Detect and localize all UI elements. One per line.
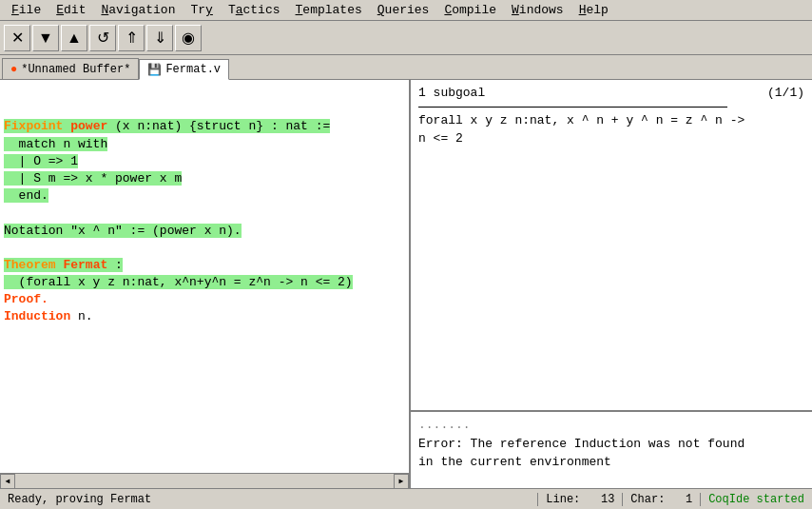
tab-unnamed-buffer[interactable]: ● *Unnamed Buffer* [2,58,139,79]
right-panel: 1 subgoal (1/1) forall x y z n:nat, x ^ … [411,80,812,488]
goto-end-button[interactable]: ⇓ [146,25,173,51]
menu-compile[interactable]: Compile [436,1,504,19]
statusbar: Ready, proving Fermat Line: 13 Char: 1 C… [0,488,812,509]
editor-panel: Fixpoint power (x n:nat) {struct n} : na… [0,80,411,488]
error-text: Error: The reference Induction was not f… [418,435,804,472]
menu-edit[interactable]: Edit [48,1,93,19]
interrupt-button[interactable]: ◉ [175,25,202,51]
status-message: Ready, proving Fermat [0,493,538,506]
status-coqide: CoqIde started [701,493,812,506]
menu-tactics[interactable]: Tactics [221,1,288,19]
scroll-right-arrow[interactable]: ▶ [394,474,409,489]
editor-content: Fixpoint power (x n:nat) {struct n} : na… [4,118,405,325]
scroll-left-arrow[interactable]: ◀ [0,474,15,489]
menu-queries[interactable]: Queries [370,1,437,19]
menu-file[interactable]: File [4,1,48,19]
tab-fermat[interactable]: 💾 Fermat.v [139,59,229,80]
subgoal-count: 1 subgoal [418,84,485,103]
tab-unnamed-label: *Unnamed Buffer* [21,63,130,76]
menu-help[interactable]: Help [571,1,616,19]
scroll-track[interactable] [15,474,394,488]
tab-fermat-label: Fermat.v [165,63,221,76]
tabbar: ● *Unnamed Buffer* 💾 Fermat.v [0,55,812,80]
char-label: Char: [630,493,665,506]
editor-scrollbar: ◀ ▶ [0,473,409,488]
editor-area[interactable]: Fixpoint power (x n:nat) {struct n} : na… [0,80,409,473]
goal-text: forall x y z n:nat, x ^ n + y ^ n = z ^ … [418,111,804,148]
close-button[interactable]: ✕ [4,25,30,51]
menu-try[interactable]: Try [183,1,220,19]
status-line: Line: 13 [538,493,623,506]
message-area: ....... Error: The reference Induction w… [411,412,812,488]
menubar: File Edit Navigation Try Tactics Templat… [0,0,812,21]
char-value: 1 [686,493,692,506]
main-content: Fixpoint power (x n:nat) {struct n} : na… [0,80,812,488]
toolbar: ✕ ▼ ▲ ↺ ⇑ ⇓ ◉ [0,21,812,55]
status-char: Char: 1 [623,493,701,506]
menu-navigation[interactable]: Navigation [93,1,183,19]
step-forward-button[interactable]: ▼ [32,25,59,51]
tab-fermat-icon: 💾 [147,63,162,77]
step-backward-button[interactable]: ▲ [61,25,87,51]
line-value: 13 [601,493,614,506]
goto-start-button[interactable]: ⇑ [118,25,145,51]
message-dots: ....... [418,416,804,435]
menu-windows[interactable]: Windows [504,1,571,19]
line-label: Line: [546,493,580,506]
goal-fraction: (1/1) [767,84,804,103]
tab-unnamed-icon: ● [10,63,17,76]
retract-button[interactable]: ↺ [89,25,116,51]
goal-area: 1 subgoal (1/1) forall x y z n:nat, x ^ … [411,80,812,412]
menu-templates[interactable]: Templates [288,1,370,19]
